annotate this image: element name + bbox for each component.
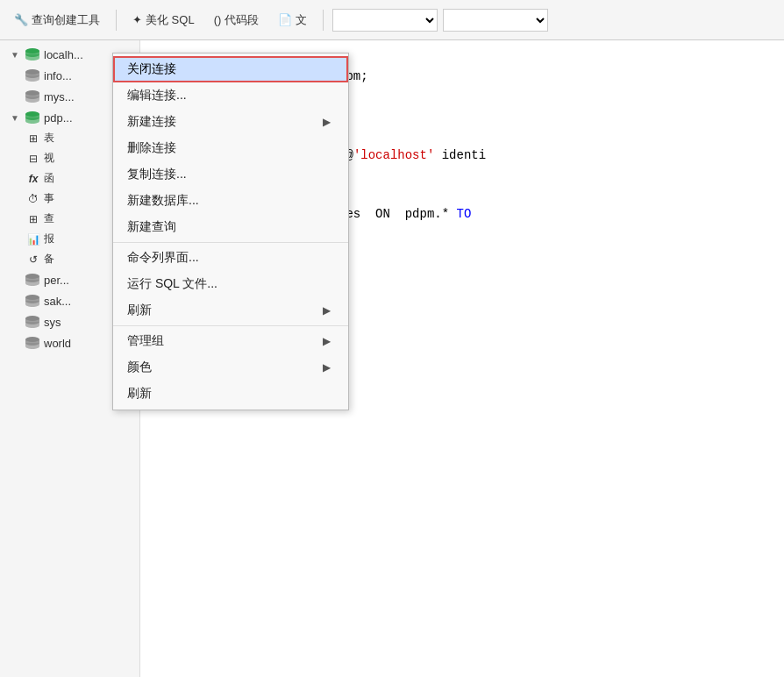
menu-label-close-connection: 关闭连接 [127,61,176,77]
db-icon-sak [25,293,40,309]
subitem-label-proc: 事 [44,191,54,206]
pdpm-star: pdpm.* [405,207,457,221]
expand-arrow-localhost: ▼ [11,50,21,60]
menu-label-new-connection: 新建连接 [127,114,176,130]
menu-sep-2 [113,325,348,326]
menu-item-new-database[interactable]: 新建数据库... [113,188,348,214]
menu-item-new-connection[interactable]: 新建连接 ▶ [113,109,348,135]
menu-item-close-connection[interactable]: 关闭连接 [113,56,348,82]
subitem-label-report: 报 [44,232,54,246]
beautify-icon: ✦ [132,13,142,26]
sidebar-label-sak: sak... [44,295,71,308]
menu-label-refresh: 刷新 [127,303,152,318]
code-snippet-btn[interactable]: () 代码段 [207,9,266,32]
view-icon: ⊟ [26,152,40,166]
backup-icon: ↺ [26,253,40,267]
context-menu: 关闭连接 编辑连接... 新建连接 ▶ 删除连接 复制连接... 新建数据库..… [112,53,349,410]
menu-item-copy-connection[interactable]: 复制连接... [113,161,348,188]
db-icon-mys [25,89,40,104]
expand-arrow-pdpm: ▼ [11,113,21,123]
doc-label: 文 [296,12,307,28]
code-snippet-label: () 代码段 [214,12,259,28]
separator-2 [323,10,324,31]
query-tool-btn[interactable]: 🔧 查询创建工具 [7,9,107,32]
menu-label-command-line: 命令列界面... [127,250,199,266]
sidebar-label-mys: mys... [44,90,75,103]
arrow-manage-group: ▶ [323,335,331,347]
arrow-color: ▶ [323,361,331,374]
beautify-sql-label: 美化 SQL [146,12,195,28]
menu-item-color[interactable]: 颜色 ▶ [113,354,348,381]
menu-label-refresh2: 刷新 [127,386,152,402]
separator-1 [116,10,117,31]
kw-identi: identi [434,148,486,162]
menu-item-new-query[interactable]: 新建查询 [113,214,348,240]
sidebar-label-localhost: localh... [44,48,83,61]
query-tool-label: 查询创建工具 [32,12,100,28]
db-icon-info [25,68,40,83]
arrow-new-connection: ▶ [323,116,331,128]
menu-item-delete-connection[interactable]: 删除连接 [113,135,348,161]
db-icon-per [25,272,40,288]
str-localhost: 'localhost' [353,148,434,162]
arrow-refresh: ▶ [323,304,331,317]
doc-icon: 📄 [278,13,292,26]
query-icon: ⊞ [26,212,40,226]
db-icon-localhost [25,46,40,62]
table-icon: ⊞ [26,132,40,146]
report-icon: 📊 [26,232,40,246]
subitem-label-table: 表 [44,131,54,146]
sidebar-label-pdpm: pdp... [44,111,73,125]
db-icon-world [25,335,40,351]
menu-label-copy-connection: 复制连接... [127,167,187,182]
proc-icon: ⏱ [26,192,40,206]
table-select[interactable] [443,9,548,32]
menu-label-color: 颜色 [127,360,152,375]
db-icon-sys [25,314,40,330]
menu-item-manage-group[interactable]: 管理组 ▶ [113,328,348,354]
app-container: 🔧 查询创建工具 ✦ 美化 SQL () 代码段 📄 文 ▼ [0,0,784,677]
db-icon-pdpm [25,110,40,125]
menu-label-new-query: 新建查询 [127,219,176,235]
subitem-label-func: 函 [44,171,54,186]
beautify-sql-btn[interactable]: ✦ 美化 SQL [125,9,202,32]
doc-btn[interactable]: 📄 文 [271,9,314,32]
menu-label-manage-group: 管理组 [127,333,164,349]
schema-select[interactable] [332,9,438,32]
menu-label-edit-connection: 编辑连接... [127,88,187,103]
menu-sep-1 [113,242,348,243]
menu-label-run-sql-file: 运行 SQL 文件... [127,276,217,292]
sidebar-label-info: info... [44,69,72,82]
subitem-label-view: 视 [44,151,54,166]
menu-item-run-sql-file[interactable]: 运行 SQL 文件... [113,271,348,297]
kw-to: TO [457,207,472,221]
sidebar-label-world: world [44,337,71,350]
menu-item-edit-connection[interactable]: 编辑连接... [113,82,348,109]
menu-item-refresh[interactable]: 刷新 ▶ [113,297,348,324]
func-icon: fx [26,172,40,186]
menu-label-new-database: 新建数据库... [127,193,199,209]
subitem-label-query: 查 [44,211,54,226]
kw-on: ON [375,207,405,221]
subitem-label-backup: 备 [44,252,54,267]
toolbar: 🔧 查询创建工具 ✦ 美化 SQL () 代码段 📄 文 [0,0,784,40]
menu-label-delete-connection: 删除连接 [127,140,176,156]
menu-item-command-line[interactable]: 命令列界面... [113,245,348,271]
menu-item-refresh2[interactable]: 刷新 [113,381,348,407]
query-tool-icon: 🔧 [14,13,28,26]
sidebar-label-sys: sys [44,316,61,329]
sidebar-label-per: per... [44,274,69,287]
